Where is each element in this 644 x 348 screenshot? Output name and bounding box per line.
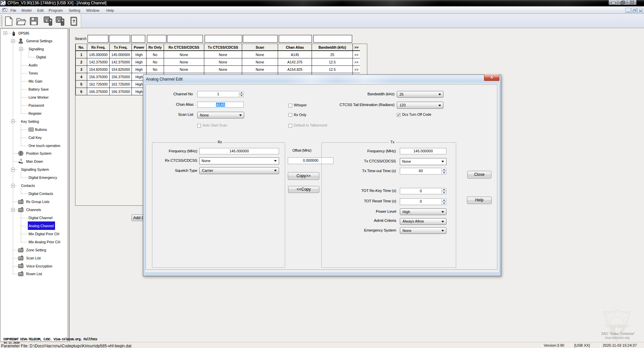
- svg-text:?: ?: [72, 19, 75, 24]
